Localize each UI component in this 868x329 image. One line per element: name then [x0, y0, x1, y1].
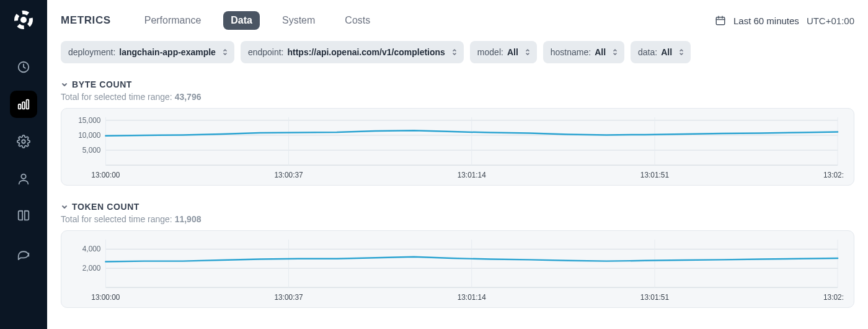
svg-text:13:00:37: 13:00:37 — [274, 293, 303, 302]
filter-value: All — [507, 47, 518, 57]
svg-point-7 — [21, 174, 25, 179]
section-byte-count: BYTE COUNT Total for selected time range… — [61, 79, 854, 186]
section-title-token-count: TOKEN COUNT — [72, 202, 140, 212]
sidebar-item-settings[interactable] — [10, 128, 37, 155]
filter-value: langchain-app-example — [119, 47, 216, 57]
chart-byte-count: 5,00010,00015,00013:00:0013:00:3713:01:1… — [61, 108, 854, 186]
svg-text:13:02:28: 13:02:28 — [823, 171, 844, 179]
page-title: METRICS — [61, 14, 111, 27]
section-title-byte-count: BYTE COUNT — [72, 79, 132, 89]
chart-token-count: 2,0004,00013:00:0013:00:3713:01:1413:01:… — [61, 230, 854, 308]
sidebar-item-history[interactable] — [10, 53, 37, 81]
filter-model[interactable]: model: All — [470, 41, 537, 63]
section-subtotal-token-count: Total for selected time range: 11,908 — [61, 214, 854, 224]
main-content: METRICS Performance Data System Costs La… — [47, 0, 868, 329]
svg-rect-3 — [19, 104, 21, 109]
svg-text:13:00:00: 13:00:00 — [91, 293, 120, 302]
filter-label: data: — [638, 47, 657, 57]
svg-text:2,000: 2,000 — [82, 264, 101, 273]
tab-data[interactable]: Data — [223, 11, 260, 30]
svg-text:13:01:51: 13:01:51 — [640, 171, 670, 179]
filter-endpoint[interactable]: endpoint: https://api.openai.com/v1/comp… — [241, 41, 464, 63]
sidebar-item-users[interactable] — [10, 165, 37, 192]
brand-logo — [12, 9, 35, 31]
sidebar-item-chat[interactable] — [10, 240, 37, 267]
chevron-sort-icon — [525, 48, 531, 56]
filter-data[interactable]: data: All — [631, 41, 691, 63]
svg-text:13:01:14: 13:01:14 — [458, 171, 487, 179]
filter-value: https://api.openai.com/v1/completions — [287, 47, 445, 57]
chart-canvas-byte-count: 5,00010,00015,00013:00:0013:00:3713:01:1… — [71, 114, 844, 181]
filter-label: hostname: — [551, 47, 591, 57]
chevron-sort-icon — [678, 48, 684, 56]
time-range-selector[interactable]: Last 60 minutes UTC+01:00 — [715, 15, 854, 26]
section-subtotal-byte-count: Total for selected time range: 43,796 — [61, 92, 854, 102]
sidebar-item-metrics[interactable] — [10, 91, 37, 118]
filters-row: deployment: langchain-app-example endpoi… — [61, 41, 854, 63]
svg-text:13:01:14: 13:01:14 — [458, 293, 487, 302]
filter-label: deployment: — [68, 47, 115, 57]
calendar-icon — [715, 15, 726, 26]
filter-value: All — [595, 47, 606, 57]
chevron-sort-icon — [451, 48, 458, 56]
chevron-down-icon[interactable] — [61, 81, 68, 88]
svg-point-1 — [20, 17, 27, 23]
chevron-sort-icon — [612, 48, 618, 56]
svg-point-6 — [22, 140, 25, 143]
svg-text:4,000: 4,000 — [82, 245, 101, 253]
svg-text:13:00:00: 13:00:00 — [91, 171, 120, 179]
svg-text:13:02:28: 13:02:28 — [823, 293, 844, 302]
filter-label: endpoint: — [248, 47, 284, 57]
tabs: Performance Data System Costs — [137, 11, 378, 30]
svg-rect-5 — [27, 100, 29, 109]
svg-rect-4 — [22, 102, 25, 109]
svg-text:13:01:51: 13:01:51 — [640, 293, 670, 302]
section-token-count: TOKEN COUNT Total for selected time rang… — [61, 202, 854, 308]
tab-performance[interactable]: Performance — [137, 11, 209, 30]
sidebar-item-docs[interactable] — [10, 202, 37, 230]
svg-text:10,000: 10,000 — [78, 131, 101, 140]
filter-label: model: — [477, 47, 503, 57]
topbar: METRICS Performance Data System Costs La… — [61, 11, 854, 30]
tab-system[interactable]: System — [275, 11, 322, 30]
filter-deployment[interactable]: deployment: langchain-app-example — [61, 41, 234, 63]
filter-hostname[interactable]: hostname: All — [543, 41, 624, 63]
chart-canvas-token-count: 2,0004,00013:00:0013:00:3713:01:1413:01:… — [71, 236, 844, 304]
time-range-label: Last 60 minutes — [733, 16, 799, 26]
svg-rect-8 — [716, 17, 725, 25]
timezone-label: UTC+01:00 — [807, 16, 854, 26]
svg-text:5,000: 5,000 — [82, 146, 101, 155]
filter-value: All — [661, 47, 672, 57]
tab-costs[interactable]: Costs — [337, 11, 378, 30]
sidebar — [0, 0, 47, 329]
chevron-sort-icon — [222, 48, 228, 56]
svg-text:13:00:37: 13:00:37 — [274, 171, 303, 179]
chevron-down-icon[interactable] — [61, 203, 68, 210]
svg-text:15,000: 15,000 — [78, 116, 101, 125]
